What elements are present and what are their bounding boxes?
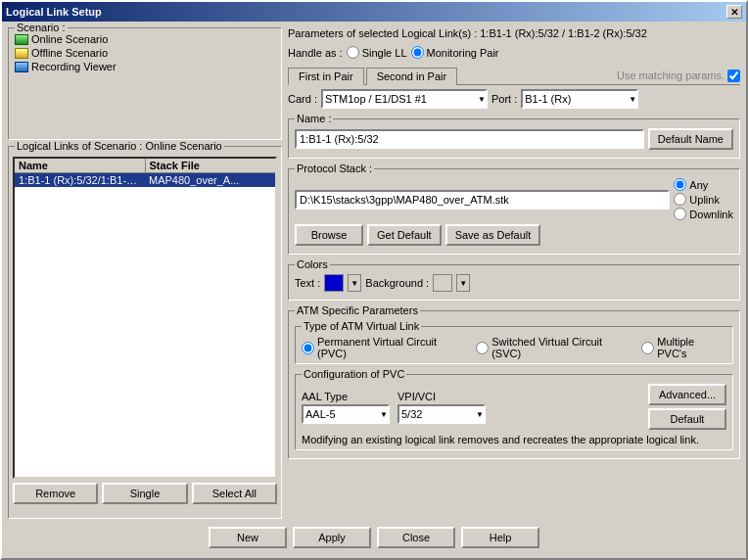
single-ll-label: Single LL <box>362 47 407 59</box>
any-radio-label[interactable]: Any <box>674 178 733 191</box>
port-label: Port : <box>491 93 517 105</box>
online-scenario-icon <box>15 34 28 45</box>
aal-vpivci-row: AAL Type AAL-5 ▼ VPI/VCI <box>302 384 726 430</box>
uplink-radio[interactable] <box>674 193 686 206</box>
name-legend: Name : <box>295 113 333 124</box>
remove-button[interactable]: Remove <box>13 483 98 504</box>
vpivci-select[interactable]: 5/32 <box>397 404 486 424</box>
advanced-button[interactable]: Advanced... <box>648 384 726 405</box>
single-ll-option[interactable]: Single LL <box>347 46 407 59</box>
tree-item-recording[interactable]: Recording Viewer <box>13 60 277 73</box>
svc-label: Switched Virtual Circuit (SVC) <box>491 336 633 359</box>
name-row: Default Name <box>295 128 733 150</box>
close-button[interactable]: Close <box>377 527 455 548</box>
right-panel: Parameters of selected Logical Link(s) :… <box>288 27 740 519</box>
colors-fieldset: Colors Text : ▼ Background : ▼ <box>288 258 740 301</box>
title-bar: Logical Link Setup ✕ <box>2 2 746 22</box>
card-port-row: Card : STM1op / E1/DS1 #1 ▼ Port : B1-1 … <box>288 89 740 109</box>
mpvc-radio-label[interactable]: Multiple PVC's <box>641 336 726 359</box>
tree-item-online[interactable]: Online Scenario <box>13 32 277 46</box>
col-header-stack: Stack File <box>146 159 276 172</box>
name-fieldset: Name : Default Name <box>288 113 740 159</box>
scenario-panel: Scenario : Online Scenario Offline Scena… <box>8 27 282 140</box>
monitoring-pair-option[interactable]: Monitoring Pair <box>411 46 499 59</box>
downlink-label: Downlink <box>689 209 733 220</box>
use-matching-label: Use matching params. <box>617 70 725 81</box>
bottom-buttons: New Apply Close Help <box>8 523 740 552</box>
new-button[interactable]: New <box>209 527 287 548</box>
direction-radios: Any Uplink Downlink <box>674 178 733 220</box>
row-name: 1:B1-1 (Rx):5/32/1:B1-2 (Rx)... <box>15 173 145 187</box>
single-ll-radio[interactable] <box>347 46 359 59</box>
default-pvc-button[interactable]: Default <box>648 408 726 430</box>
aal-select[interactable]: AAL-5 <box>302 404 390 424</box>
tree-item-offline[interactable]: Offline Scenario <box>13 46 277 60</box>
atm-vl-legend: Type of ATM Virtual Link <box>302 320 421 332</box>
atm-legend: ATM Specific Parameters <box>295 304 420 316</box>
col-header-name: Name <box>15 159 146 172</box>
links-listbox[interactable]: Name Stack File 1:B1-1 (Rx):5/32/1:B1-2 … <box>13 157 277 479</box>
atm-type-radios: Permanent Virtual Circuit (PVC) Switched… <box>302 336 726 359</box>
use-matching-checkbox[interactable] <box>727 70 740 82</box>
card-select[interactable]: STM1op / E1/DS1 #1 <box>321 89 488 109</box>
protocol-path-input[interactable] <box>295 190 670 210</box>
bg-color-dropdown[interactable]: ▼ <box>456 274 470 292</box>
config-pvc-legend: Configuration of PVC <box>302 368 406 380</box>
svc-radio[interactable] <box>476 342 489 354</box>
aal-select-wrapper: AAL-5 ▼ <box>302 404 390 424</box>
tab-second-in-pair[interactable]: Second in Pair <box>366 68 458 85</box>
tabs-bar: First in Pair Second in Pair Use matchin… <box>288 67 740 85</box>
default-name-button[interactable]: Default Name <box>648 128 733 150</box>
any-label: Any <box>689 179 708 191</box>
card-select-wrapper: STM1op / E1/DS1 #1 ▼ <box>321 89 488 109</box>
tabs-container: First in Pair Second in Pair Use matchin… <box>288 67 740 463</box>
pvc-radio[interactable] <box>302 342 314 354</box>
recording-viewer-icon <box>15 62 28 72</box>
online-scenario-label: Online Scenario <box>31 33 108 45</box>
scenario-label: Scenario : <box>15 22 68 33</box>
single-button[interactable]: Single <box>102 483 187 504</box>
atm-vl-fieldset: Type of ATM Virtual Link Permanent Virtu… <box>295 320 733 364</box>
save-as-default-button[interactable]: Save as Default <box>445 224 541 246</box>
handle-as-row: Handle as : Single LL Monitoring Pair <box>288 46 740 59</box>
downlink-radio-label[interactable]: Downlink <box>674 208 733 220</box>
close-window-button[interactable]: ✕ <box>726 5 742 19</box>
svc-radio-label[interactable]: Switched Virtual Circuit (SVC) <box>476 336 633 359</box>
links-panel-label: Logical Links of Scenario : Online Scena… <box>15 140 224 152</box>
mpvc-radio[interactable] <box>641 342 654 354</box>
text-color-label: Text : <box>295 277 320 289</box>
left-panel: Scenario : Online Scenario Offline Scena… <box>8 27 282 519</box>
help-button[interactable]: Help <box>461 527 539 548</box>
text-color-dropdown[interactable]: ▼ <box>348 274 361 292</box>
vpivci-select-wrapper: 5/32 ▼ <box>397 404 486 424</box>
protocol-fieldset: Protocol Stack : Any Uplink <box>288 163 740 255</box>
select-all-button[interactable]: Select All <box>192 483 277 504</box>
uplink-radio-label[interactable]: Uplink <box>674 193 733 206</box>
get-default-button[interactable]: Get Default <box>367 224 442 246</box>
protocol-buttons-row: Browse Get Default Save as Default <box>295 224 733 246</box>
params-title: Parameters of selected Logical Link(s) :… <box>288 27 740 39</box>
card-label: Card : <box>288 93 317 105</box>
any-radio[interactable] <box>674 178 686 191</box>
offline-scenario-icon <box>15 48 28 59</box>
monitoring-pair-label: Monitoring Pair <box>427 47 499 59</box>
row-stack: MAP480_over_A... <box>145 173 275 187</box>
advanced-default-buttons: Advanced... Default <box>648 384 726 430</box>
text-color-swatch[interactable] <box>324 274 344 292</box>
atm-fieldset: ATM Specific Parameters Type of ATM Virt… <box>288 304 740 459</box>
protocol-legend: Protocol Stack : <box>295 163 374 174</box>
table-row[interactable]: 1:B1-1 (Rx):5/32/1:B1-2 (Rx)... MAP480_o… <box>15 173 275 187</box>
apply-button[interactable]: Apply <box>293 527 371 548</box>
downlink-radio[interactable] <box>674 208 686 220</box>
pvc-radio-label[interactable]: Permanent Virtual Circuit (PVC) <box>302 336 468 359</box>
port-select[interactable]: B1-1 (Rx) <box>521 89 638 109</box>
bg-color-label: Background : <box>365 277 429 289</box>
links-buttons: Remove Single Select All <box>13 483 277 504</box>
tab-first-in-pair[interactable]: First in Pair <box>288 68 364 85</box>
monitoring-pair-radio[interactable] <box>411 46 424 59</box>
bg-color-swatch[interactable] <box>433 274 452 292</box>
name-input[interactable] <box>295 129 644 149</box>
config-pvc-fieldset: Configuration of PVC AAL Type AAL-5 ▼ <box>295 368 733 450</box>
notice-text: Modifying an existing logical link remov… <box>302 434 726 445</box>
browse-button[interactable]: Browse <box>295 224 363 246</box>
